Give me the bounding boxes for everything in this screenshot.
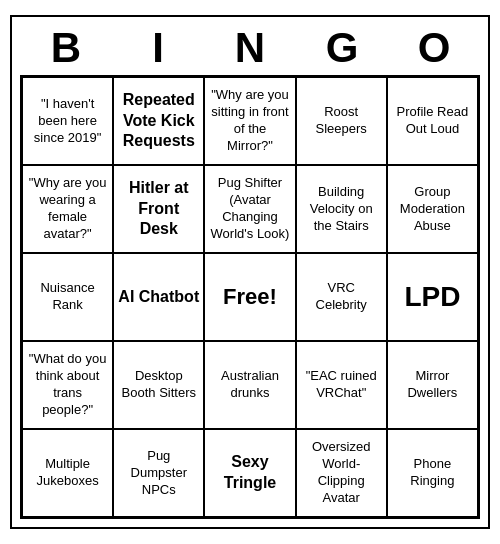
bingo-letter: O xyxy=(390,25,478,71)
bingo-cell: "Why are you wearing a female avatar?" xyxy=(22,165,113,253)
bingo-letter: I xyxy=(114,25,202,71)
bingo-cell: "I haven't been here since 2019" xyxy=(22,77,113,165)
bingo-cell: Free! xyxy=(204,253,295,341)
bingo-cell: Pug Dumpster NPCs xyxy=(113,429,204,517)
bingo-cell: Pug Shifter (Avatar Changing World's Loo… xyxy=(204,165,295,253)
bingo-letter: B xyxy=(22,25,110,71)
bingo-cell: Building Velocity on the Stairs xyxy=(296,165,387,253)
bingo-cell: Desktop Booth Sitters xyxy=(113,341,204,429)
bingo-grid: "I haven't been here since 2019"Repeated… xyxy=(20,75,480,519)
bingo-cell: Nuisance Rank xyxy=(22,253,113,341)
bingo-cell: Multiple Jukeboxes xyxy=(22,429,113,517)
bingo-cell: Repeated Vote Kick Requests xyxy=(113,77,204,165)
bingo-cell: Roost Sleepers xyxy=(296,77,387,165)
bingo-cell: Profile Read Out Loud xyxy=(387,77,478,165)
bingo-cell: Hitler at Front Desk xyxy=(113,165,204,253)
bingo-cell: "EAC ruined VRChat" xyxy=(296,341,387,429)
bingo-cell: VRC Celebrity xyxy=(296,253,387,341)
bingo-card: BINGO "I haven't been here since 2019"Re… xyxy=(10,15,490,529)
bingo-cell: LPD xyxy=(387,253,478,341)
bingo-cell: Oversized World-Clipping Avatar xyxy=(296,429,387,517)
bingo-letter: N xyxy=(206,25,294,71)
bingo-cell: Sexy Tringle xyxy=(204,429,295,517)
bingo-cell: "Why are you sitting in front of the Mir… xyxy=(204,77,295,165)
bingo-cell: Mirror Dwellers xyxy=(387,341,478,429)
bingo-title: BINGO xyxy=(20,25,480,71)
bingo-cell: Australian drunks xyxy=(204,341,295,429)
bingo-cell: AI Chatbot xyxy=(113,253,204,341)
bingo-cell: "What do you think about trans people?" xyxy=(22,341,113,429)
bingo-cell: Group Moderation Abuse xyxy=(387,165,478,253)
bingo-cell: Phone Ringing xyxy=(387,429,478,517)
bingo-letter: G xyxy=(298,25,386,71)
